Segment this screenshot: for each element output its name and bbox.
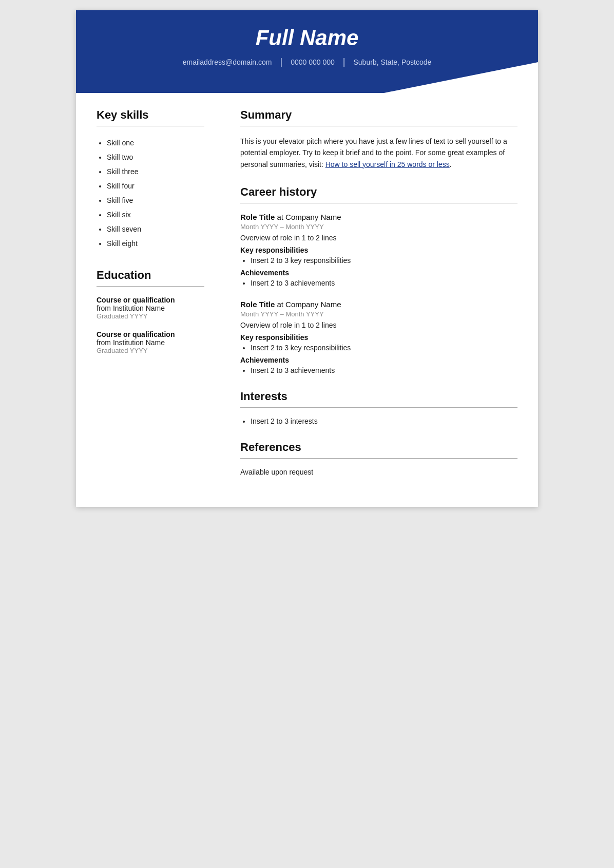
- job-achievements-list-1: Insert 2 to 3 achievements: [240, 279, 517, 287]
- skill-item: Skill four: [107, 179, 204, 193]
- skill-item: Skill seven: [107, 222, 204, 236]
- main-content: Key skills Skill one Skill two Skill thr…: [76, 93, 538, 507]
- skills-divider: [97, 126, 204, 126]
- full-name: Full Name: [97, 26, 517, 50]
- skills-title: Key skills: [97, 108, 204, 122]
- job-company-2: Company Name: [285, 300, 341, 309]
- job-role-1: Role Title: [240, 213, 275, 221]
- skill-item: Skill two: [107, 150, 204, 164]
- career-divider: [240, 203, 517, 203]
- job-entry-1: Role Title at Company Name Month YYYY – …: [240, 213, 517, 287]
- job-role-2: Role Title: [240, 300, 275, 309]
- job-responsibilities-list-2: Insert 2 to 3 key responsibilities: [240, 344, 517, 352]
- job-responsibilities-list-1: Insert 2 to 3 key responsibilities: [240, 256, 517, 265]
- job-company-1: Company Name: [285, 213, 341, 221]
- job-at-2: at: [277, 300, 285, 309]
- summary-suffix: .: [450, 160, 452, 168]
- skill-item: Skill eight: [107, 236, 204, 251]
- achievement-item: Insert 2 to 3 achievements: [251, 279, 517, 287]
- contact-info: emailaddress@domain.com | 0000 000 000 |…: [97, 56, 517, 67]
- interests-title: Interests: [240, 390, 517, 403]
- skills-section: Key skills Skill one Skill two Skill thr…: [97, 108, 204, 251]
- job-dates-1: Month YYYY – Month YYYY: [240, 223, 517, 231]
- references-divider: [240, 458, 517, 459]
- job-dates-2: Month YYYY – Month YYYY: [240, 310, 517, 318]
- career-title: Career history: [240, 185, 517, 199]
- job-overview-1: Overview of role in 1 to 2 lines: [240, 234, 517, 242]
- resume-header: Full Name emailaddress@domain.com | 0000…: [76, 10, 538, 93]
- references-text: Available upon request: [240, 468, 517, 476]
- skill-item: Skill one: [107, 136, 204, 150]
- responsibility-item: Insert 2 to 3 key responsibilities: [251, 344, 517, 352]
- edu-course-2: Course or qualification: [97, 330, 204, 338]
- interests-section: Interests Insert 2 to 3 interests: [240, 390, 517, 425]
- edu-graduated-1: Graduated YYYY: [97, 312, 204, 320]
- responsibility-item: Insert 2 to 3 key responsibilities: [251, 256, 517, 265]
- right-column: Summary This is your elevator pitch wher…: [220, 108, 538, 492]
- education-title: Education: [97, 269, 204, 282]
- job-responsibilities-title-2: Key responsibilities: [240, 333, 517, 342]
- education-entry-1: Course or qualification from Institution…: [97, 296, 204, 320]
- references-section: References Available upon request: [240, 441, 517, 476]
- career-section: Career history Role Title at Company Nam…: [240, 185, 517, 374]
- edu-graduated-2: Graduated YYYY: [97, 347, 204, 354]
- job-responsibilities-title-1: Key responsibilities: [240, 246, 517, 254]
- skill-item: Skill five: [107, 193, 204, 207]
- summary-title: Summary: [240, 108, 517, 122]
- education-entry-2: Course or qualification from Institution…: [97, 330, 204, 354]
- resume-document: Full Name emailaddress@domain.com | 0000…: [76, 10, 538, 507]
- job-achievements-list-2: Insert 2 to 3 achievements: [240, 366, 517, 374]
- education-section: Education Course or qualification from I…: [97, 269, 204, 354]
- job-achievements-title-1: Achievements: [240, 269, 517, 277]
- left-column: Key skills Skill one Skill two Skill thr…: [76, 108, 220, 492]
- skills-list: Skill one Skill two Skill three Skill fo…: [97, 136, 204, 251]
- edu-course-1: Course or qualification: [97, 296, 204, 304]
- summary-section: Summary This is your elevator pitch wher…: [240, 108, 517, 170]
- job-achievements-title-2: Achievements: [240, 356, 517, 364]
- references-title: References: [240, 441, 517, 454]
- job-entry-2: Role Title at Company Name Month YYYY – …: [240, 300, 517, 374]
- achievement-item: Insert 2 to 3 achievements: [251, 366, 517, 374]
- edu-institution-2: from Institution Name: [97, 338, 204, 347]
- education-divider: [97, 286, 204, 287]
- summary-text: This is your elevator pitch where you ha…: [240, 136, 517, 170]
- edu-institution-1: from Institution Name: [97, 304, 204, 312]
- job-at-1: at: [277, 213, 285, 221]
- summary-link[interactable]: How to sell yourself in 25 words or less: [325, 160, 450, 168]
- separator-1: |: [280, 56, 282, 67]
- email: emailaddress@domain.com: [183, 58, 272, 66]
- job-title-line-2: Role Title at Company Name: [240, 300, 517, 309]
- summary-divider: [240, 126, 517, 126]
- skill-item: Skill six: [107, 207, 204, 222]
- job-overview-2: Overview of role in 1 to 2 lines: [240, 321, 517, 329]
- interest-item: Insert 2 to 3 interests: [251, 417, 517, 425]
- interests-divider: [240, 407, 517, 408]
- location: Suburb, State, Postcode: [353, 58, 431, 66]
- separator-2: |: [343, 56, 346, 67]
- job-title-line-1: Role Title at Company Name: [240, 213, 517, 221]
- phone: 0000 000 000: [291, 58, 335, 66]
- skill-item: Skill three: [107, 164, 204, 179]
- interests-list: Insert 2 to 3 interests: [240, 417, 517, 425]
